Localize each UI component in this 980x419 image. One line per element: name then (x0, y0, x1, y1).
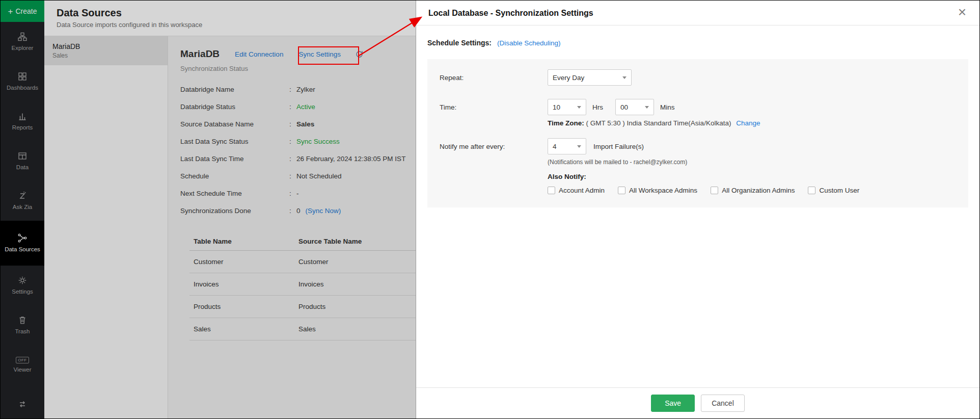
modal-footer: Save Cancel (416, 387, 979, 418)
notification-mail-note: (Notifications will be mailed to - rache… (548, 159, 956, 166)
hours-unit-label: Hrs (592, 103, 603, 111)
notify-row: Notify me after every: 4 Import Failure(… (440, 138, 956, 154)
timezone-line: Time Zone: ( GMT 5:30 ) India Standard T… (548, 119, 956, 127)
modal-header: Local Database - Synchronization Setting… (416, 1, 979, 25)
save-button[interactable]: Save (651, 395, 695, 412)
checkbox-label: All Workspace Admins (629, 187, 697, 194)
time-label: Time: (440, 103, 548, 111)
checkbox-label: Account Admin (559, 187, 605, 194)
repeat-select[interactable]: Every Day (548, 69, 632, 86)
minutes-unit-label: Mins (660, 103, 675, 111)
checkbox-label: All Organization Admins (722, 187, 795, 194)
close-icon[interactable]: × (958, 4, 966, 21)
sync-settings-modal: Local Database - Synchronization Setting… (416, 1, 979, 418)
checkbox-icon (618, 187, 625, 194)
checkbox-icon (808, 187, 815, 194)
import-failures-select[interactable]: 4 (548, 138, 586, 154)
checkbox-all-workspace-admins[interactable]: All Workspace Admins (618, 187, 697, 194)
disable-scheduling-link[interactable]: (Disable Scheduling) (497, 39, 561, 47)
schedule-settings-box: Repeat: Every Day Time: 10 Hrs 00 Mins (427, 59, 968, 207)
schedule-settings-label: Schedule Settings: (427, 39, 492, 47)
minutes-selected-value: 00 (620, 103, 628, 111)
timezone-change-link[interactable]: Change (736, 119, 760, 127)
chevron-down-icon (577, 106, 581, 109)
chevron-down-icon (577, 145, 581, 148)
checkbox-label: Custom User (819, 187, 859, 194)
repeat-selected-value: Every Day (553, 74, 584, 82)
checkbox-all-organization-admins[interactable]: All Organization Admins (711, 187, 795, 194)
time-row: Time: 10 Hrs 00 Mins (440, 99, 956, 115)
checkbox-custom-user[interactable]: Custom User (808, 187, 859, 194)
timezone-label: Time Zone: (548, 119, 584, 127)
chevron-down-icon (622, 76, 627, 79)
checkbox-icon (711, 187, 718, 194)
import-failures-selected-value: 4 (553, 143, 557, 150)
modal-body: Schedule Settings: (Disable Scheduling) … (416, 25, 979, 387)
also-notify-label: Also Notify: (548, 173, 956, 180)
hours-selected-value: 10 (553, 103, 560, 111)
repeat-row: Repeat: Every Day (440, 69, 956, 86)
checkbox-account-admin[interactable]: Account Admin (548, 187, 605, 194)
schedule-settings-line: Schedule Settings: (Disable Scheduling) (427, 39, 968, 47)
repeat-label: Repeat: (440, 74, 548, 82)
timezone-value: ( GMT 5:30 ) India Standard Time(Asia/Ko… (586, 119, 731, 127)
notify-label: Notify me after every: (440, 143, 548, 150)
hours-select[interactable]: 10 (548, 99, 586, 115)
checkbox-icon (548, 187, 555, 194)
import-failures-suffix: Import Failure(s) (593, 143, 644, 150)
modal-title: Local Database - Synchronization Setting… (428, 9, 967, 18)
cancel-button[interactable]: Cancel (701, 395, 745, 412)
minutes-select[interactable]: 00 (615, 99, 654, 115)
chevron-down-icon (645, 106, 649, 109)
also-notify-checkboxes: Account Admin All Workspace Admins All O… (548, 187, 956, 194)
